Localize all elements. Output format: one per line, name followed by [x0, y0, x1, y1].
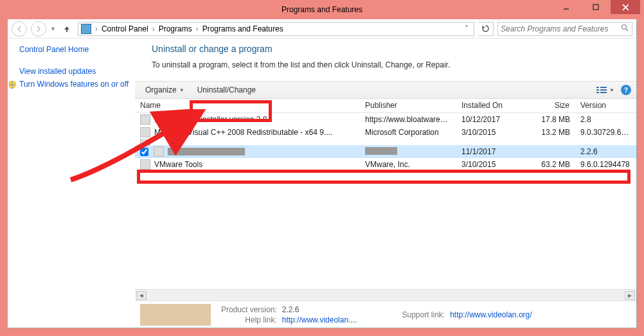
column-header-size[interactable]: Size: [521, 99, 575, 112]
page-title: Uninstall or change a program: [152, 44, 626, 54]
chevron-right-icon[interactable]: ›: [94, 24, 99, 33]
details-pane: Product version: 2.2.6 Help link: http:/…: [135, 301, 636, 328]
list-toolbar: Organize ▼ Uninstall/Change ▼ ?: [135, 81, 636, 99]
installed-cell: 11/1/2017: [456, 147, 521, 156]
button-label: Organize: [145, 85, 177, 94]
left-nav: Control Panel Home View installed update…: [8, 39, 135, 328]
chevron-down-icon: ▼: [179, 87, 184, 93]
chevron-right-icon[interactable]: ›: [151, 24, 156, 33]
program-icon: [140, 114, 150, 125]
up-button[interactable]: [60, 22, 74, 36]
view-options-button[interactable]: ▼: [596, 86, 614, 94]
product-version-value: 2.2.6: [282, 305, 357, 314]
main-header: Uninstall or change a program To uninsta…: [135, 39, 636, 81]
program-name: Microsoft Visual C++ 2008 Redistributabl…: [154, 128, 332, 137]
column-header-name[interactable]: Name: [135, 99, 360, 112]
control-panel-home-link[interactable]: Control Panel Home: [19, 45, 130, 54]
back-button[interactable]: [12, 21, 27, 37]
control-panel-icon: [81, 24, 91, 34]
close-button[interactable]: [611, 0, 640, 14]
svg-rect-9: [600, 87, 607, 88]
version-cell: 2.8: [575, 115, 636, 124]
body: Control Panel Home View installed update…: [8, 39, 636, 328]
main-panel: Uninstall or change a program To uninsta…: [135, 39, 636, 328]
maximize-button[interactable]: [581, 0, 611, 14]
client-area: ▼ › Control Panel › Programs › Programs …: [7, 19, 637, 328]
window-frame: Programs and Features ▼: [0, 0, 644, 336]
svg-rect-10: [600, 89, 607, 91]
publisher-cell: Microsoft Corporation: [360, 128, 456, 137]
page-description: To uninstall a program, select it from t…: [152, 60, 626, 69]
breadcrumb-item[interactable]: Programs and Features: [202, 24, 283, 33]
breadcrumb-item[interactable]: Control Panel: [102, 24, 148, 33]
table-row[interactable]: Bloatware Uninstaller version 2.8https:/…: [135, 113, 636, 126]
size-cell: 13.2 MB: [521, 128, 575, 137]
installed-cell: 10/12/2017: [456, 115, 521, 124]
link-label: Turn Windows features on or off: [19, 80, 129, 89]
table-row[interactable]: Microsoft Visual C++ 2008 Redistributabl…: [135, 126, 636, 139]
scroll-right-button[interactable]: ►: [625, 291, 635, 300]
row-checkbox[interactable]: [140, 148, 148, 156]
uninstall-change-button[interactable]: Uninstall/Change: [192, 84, 261, 96]
breadcrumb-history-dropdown[interactable]: ˅: [462, 24, 471, 33]
program-icon: [140, 159, 150, 170]
column-header-version[interactable]: Version: [575, 99, 636, 112]
installed-cell: 3/10/2015: [456, 128, 521, 137]
version-cell: 9.6.0.1294478: [575, 160, 636, 169]
support-link[interactable]: http://www.videolan.org/: [450, 310, 532, 319]
table-row[interactable]: 11/1/20172.2.6: [135, 145, 636, 158]
breadcrumb-bar[interactable]: › Control Panel › Programs › Programs an…: [78, 22, 474, 36]
search-icon[interactable]: [621, 24, 629, 34]
program-name: Bloatware Uninstaller version 2.8: [154, 115, 267, 124]
help-link-label: Help link:: [221, 315, 277, 324]
chevron-right-icon[interactable]: ›: [195, 24, 200, 33]
column-header-installed[interactable]: Installed On: [456, 99, 521, 112]
chevron-down-icon: ▼: [609, 87, 614, 93]
support-link-label: Support link:: [402, 310, 445, 319]
view-installed-updates-link[interactable]: View installed updates: [19, 67, 130, 76]
horizontal-scrollbar[interactable]: ◄ ►: [135, 289, 636, 301]
button-label: Uninstall/Change: [197, 85, 256, 94]
scroll-left-button[interactable]: ◄: [136, 291, 147, 300]
installed-cell: 3/10/2015: [456, 160, 521, 169]
search-box[interactable]: [497, 22, 632, 36]
svg-rect-6: [596, 87, 599, 88]
program-name: VMware Tools: [154, 160, 202, 169]
window-title: Programs and Features: [282, 5, 362, 14]
table-row[interactable]: [135, 139, 636, 145]
program-list: Name Publisher Installed On Size Version…: [135, 99, 636, 328]
titlebar[interactable]: Programs and Features: [0, 0, 644, 19]
breadcrumb-item[interactable]: Programs: [159, 24, 192, 33]
size-cell: 17.8 MB: [521, 115, 575, 124]
program-icon: [140, 127, 150, 137]
publisher-cell: [360, 147, 456, 157]
help-link[interactable]: http://www.videolan....: [282, 315, 357, 324]
svg-line-5: [626, 29, 628, 31]
publisher-cell: https://www.bloatwareuninstall...: [360, 115, 456, 124]
recent-dropdown[interactable]: ▼: [50, 26, 56, 32]
shield-icon: [8, 80, 17, 89]
column-headers: Name Publisher Installed On Size Version: [135, 99, 636, 113]
table-row[interactable]: VMware ToolsVMware, Inc.3/10/201563.2 MB…: [135, 158, 636, 171]
publisher-cell: VMware, Inc.: [360, 160, 456, 169]
redacted-text: [168, 148, 245, 155]
program-icon: [154, 146, 164, 157]
nav-toolbar: ▼ › Control Panel › Programs › Programs …: [8, 19, 636, 39]
svg-rect-8: [596, 92, 599, 93]
refresh-button[interactable]: [478, 22, 494, 36]
search-input[interactable]: [501, 24, 621, 33]
caption-buttons: [551, 0, 640, 14]
product-version-label: Product version:: [221, 305, 277, 314]
minimize-button[interactable]: [551, 0, 581, 14]
forward-button[interactable]: [31, 21, 46, 37]
turn-windows-features-link[interactable]: Turn Windows features on or off: [19, 80, 130, 89]
program-icon: [140, 139, 150, 145]
svg-rect-7: [596, 89, 599, 91]
organize-button[interactable]: Organize ▼: [140, 84, 190, 96]
version-cell: 9.0.30729.6161: [575, 128, 636, 137]
column-header-publisher[interactable]: Publisher: [360, 99, 456, 112]
svg-rect-1: [593, 4, 598, 10]
size-cell: 63.2 MB: [521, 160, 575, 169]
svg-rect-11: [600, 92, 607, 93]
help-button[interactable]: ?: [621, 85, 631, 95]
